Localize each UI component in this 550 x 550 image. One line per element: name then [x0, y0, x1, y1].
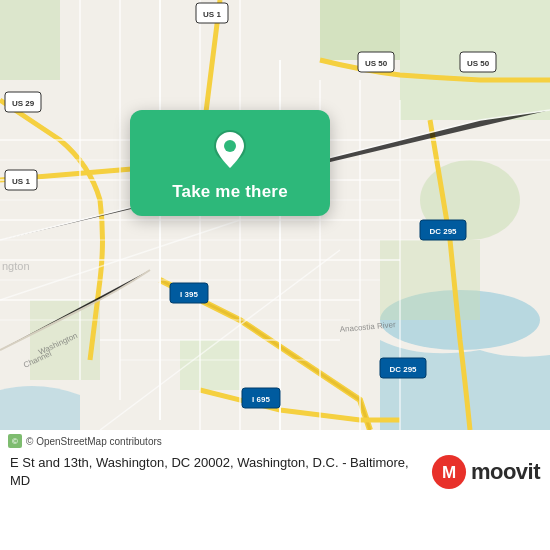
- moovit-logo: M moovit: [431, 454, 540, 490]
- svg-text:US 1: US 1: [203, 10, 221, 19]
- take-me-there-label: Take me there: [172, 182, 288, 202]
- osm-logo-icon: ©: [8, 434, 22, 448]
- address-row: E St and 13th, Washington, DC 20002, Was…: [0, 450, 550, 550]
- location-pin-icon: [208, 128, 252, 172]
- svg-rect-2: [320, 0, 400, 60]
- moovit-text: moovit: [471, 459, 540, 485]
- osm-credit-text: © OpenStreetMap contributors: [26, 436, 162, 447]
- map-container: US 29 US 1 US 1 US 50 US 50 I 395 I 695 …: [0, 0, 550, 430]
- svg-text:US 1: US 1: [12, 177, 30, 186]
- svg-text:ngton: ngton: [2, 260, 30, 272]
- svg-point-53: [224, 140, 236, 152]
- svg-text:I 395: I 395: [180, 290, 198, 299]
- svg-rect-4: [0, 0, 60, 80]
- info-bar: © © OpenStreetMap contributors E St and …: [0, 430, 550, 550]
- svg-text:M: M: [442, 463, 456, 482]
- address-text: E St and 13th, Washington, DC 20002, Was…: [10, 454, 421, 490]
- svg-text:©: ©: [12, 437, 18, 446]
- svg-text:DC 295: DC 295: [389, 365, 417, 374]
- svg-text:US 50: US 50: [467, 59, 490, 68]
- openstreetmap-credit: © © OpenStreetMap contributors: [0, 430, 550, 450]
- take-me-there-card[interactable]: Take me there: [130, 110, 330, 216]
- svg-text:US 50: US 50: [365, 59, 388, 68]
- svg-text:DC 295: DC 295: [429, 227, 457, 236]
- svg-text:I 695: I 695: [252, 395, 270, 404]
- svg-rect-8: [380, 240, 480, 320]
- svg-text:US 29: US 29: [12, 99, 35, 108]
- moovit-icon: M: [431, 454, 467, 490]
